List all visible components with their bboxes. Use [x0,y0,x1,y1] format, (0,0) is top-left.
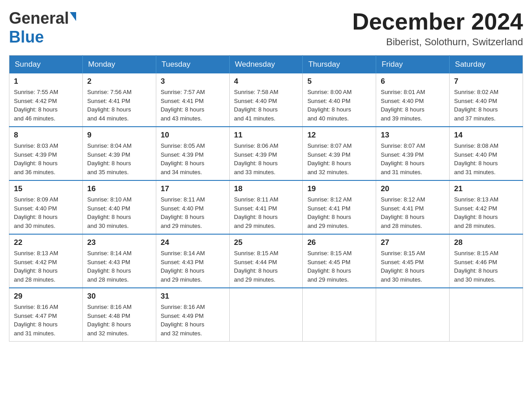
calendar-cell: 24Sunrise: 8:14 AMSunset: 4:43 PMDayligh… [156,234,229,288]
calendar-cell: 15Sunrise: 8:09 AMSunset: 4:40 PMDayligh… [9,180,83,234]
day-number: 14 [454,131,518,140]
day-number: 30 [87,292,151,301]
day-info: Sunrise: 8:11 AMSunset: 4:41 PMDaylight:… [234,195,298,230]
logo-blue-text: Blue [9,28,44,46]
logo-general-text: General [9,9,69,28]
calendar-cell: 18Sunrise: 8:11 AMSunset: 4:41 PMDayligh… [229,180,303,234]
day-info: Sunrise: 8:04 AMSunset: 4:39 PMDaylight:… [87,141,151,176]
calendar-week-row: 29Sunrise: 8:16 AMSunset: 4:47 PMDayligh… [9,288,523,342]
calendar-cell: 5Sunrise: 8:00 AMSunset: 4:40 PMDaylight… [303,73,376,127]
day-number: 5 [307,77,371,86]
calendar-cell: 25Sunrise: 8:15 AMSunset: 4:44 PMDayligh… [229,234,303,288]
weekday-header-sunday: Sunday [9,56,83,74]
calendar-week-row: 1Sunrise: 7:55 AMSunset: 4:42 PMDaylight… [9,73,523,127]
day-info: Sunrise: 8:15 AMSunset: 4:46 PMDaylight:… [454,249,518,284]
day-number: 9 [87,131,151,140]
day-info: Sunrise: 8:15 AMSunset: 4:45 PMDaylight:… [381,249,445,284]
calendar-cell: 3Sunrise: 7:57 AMSunset: 4:41 PMDaylight… [156,73,229,127]
day-number: 23 [87,238,151,247]
day-info: Sunrise: 8:14 AMSunset: 4:43 PMDaylight:… [87,249,151,284]
day-number: 6 [381,77,445,86]
weekday-header-saturday: Saturday [450,56,523,74]
day-number: 17 [161,184,225,193]
day-number: 12 [307,131,371,140]
calendar-cell: 7Sunrise: 8:02 AMSunset: 4:40 PMDaylight… [450,73,523,127]
day-number: 13 [381,131,445,140]
calendar-header-row: SundayMondayTuesdayWednesdayThursdayFrid… [9,56,523,74]
day-number: 18 [234,184,298,193]
day-info: Sunrise: 8:15 AMSunset: 4:44 PMDaylight:… [234,249,298,284]
day-number: 21 [454,184,518,193]
day-number: 8 [14,131,78,140]
weekday-header-tuesday: Tuesday [156,56,229,74]
day-info: Sunrise: 8:03 AMSunset: 4:39 PMDaylight:… [14,141,78,176]
calendar-table: SundayMondayTuesdayWednesdayThursdayFrid… [9,55,523,342]
day-info: Sunrise: 8:12 AMSunset: 4:41 PMDaylight:… [381,195,445,230]
logo-triangle-icon [70,12,76,21]
calendar-cell: 2Sunrise: 7:56 AMSunset: 4:41 PMDaylight… [82,73,156,127]
calendar-cell: 11Sunrise: 8:06 AMSunset: 4:39 PMDayligh… [229,127,303,180]
calendar-cell: 22Sunrise: 8:13 AMSunset: 4:42 PMDayligh… [9,234,83,288]
day-info: Sunrise: 8:12 AMSunset: 4:41 PMDaylight:… [307,195,371,230]
calendar-cell: 4Sunrise: 7:58 AMSunset: 4:40 PMDaylight… [229,73,303,127]
calendar-cell: 1Sunrise: 7:55 AMSunset: 4:42 PMDaylight… [9,73,83,127]
day-number: 29 [14,292,78,301]
calendar-cell: 26Sunrise: 8:15 AMSunset: 4:45 PMDayligh… [303,234,376,288]
page-header: General Blue December 2024 Biberist, Sol… [9,9,523,48]
calendar-cell: 9Sunrise: 8:04 AMSunset: 4:39 PMDaylight… [82,127,156,180]
day-info: Sunrise: 8:07 AMSunset: 4:39 PMDaylight:… [307,141,371,176]
day-number: 22 [14,238,78,247]
day-number: 10 [161,131,225,140]
calendar-cell [376,288,450,342]
day-number: 28 [454,238,518,247]
calendar-cell: 31Sunrise: 8:16 AMSunset: 4:49 PMDayligh… [156,288,229,342]
calendar-week-row: 15Sunrise: 8:09 AMSunset: 4:40 PMDayligh… [9,180,523,234]
day-info: Sunrise: 7:58 AMSunset: 4:40 PMDaylight:… [234,88,298,123]
calendar-cell: 21Sunrise: 8:13 AMSunset: 4:42 PMDayligh… [450,180,523,234]
month-title: December 2024 [352,9,523,34]
day-info: Sunrise: 8:14 AMSunset: 4:43 PMDaylight:… [161,249,225,284]
weekday-header-thursday: Thursday [303,56,376,74]
logo: General Blue [9,9,76,47]
calendar-cell: 23Sunrise: 8:14 AMSunset: 4:43 PMDayligh… [82,234,156,288]
calendar-cell: 16Sunrise: 8:10 AMSunset: 4:40 PMDayligh… [82,180,156,234]
day-info: Sunrise: 7:57 AMSunset: 4:41 PMDaylight:… [161,88,225,123]
title-area: December 2024 Biberist, Solothurn, Switz… [352,9,523,48]
day-number: 2 [87,77,151,86]
day-number: 19 [307,184,371,193]
day-info: Sunrise: 8:07 AMSunset: 4:39 PMDaylight:… [381,141,445,176]
calendar-cell: 30Sunrise: 8:16 AMSunset: 4:48 PMDayligh… [82,288,156,342]
calendar-cell: 19Sunrise: 8:12 AMSunset: 4:41 PMDayligh… [303,180,376,234]
day-info: Sunrise: 8:13 AMSunset: 4:42 PMDaylight:… [14,249,78,284]
day-number: 31 [161,292,225,301]
calendar-cell [229,288,303,342]
calendar-cell: 12Sunrise: 8:07 AMSunset: 4:39 PMDayligh… [303,127,376,180]
day-info: Sunrise: 8:01 AMSunset: 4:40 PMDaylight:… [381,88,445,123]
location-title: Biberist, Solothurn, Switzerland [352,36,523,48]
calendar-week-row: 8Sunrise: 8:03 AMSunset: 4:39 PMDaylight… [9,127,523,180]
day-info: Sunrise: 8:16 AMSunset: 4:47 PMDaylight:… [14,303,78,338]
day-number: 16 [87,184,151,193]
calendar-cell: 8Sunrise: 8:03 AMSunset: 4:39 PMDaylight… [9,127,83,180]
calendar-cell: 29Sunrise: 8:16 AMSunset: 4:47 PMDayligh… [9,288,83,342]
day-info: Sunrise: 8:02 AMSunset: 4:40 PMDaylight:… [454,88,518,123]
day-info: Sunrise: 8:10 AMSunset: 4:40 PMDaylight:… [87,195,151,230]
day-info: Sunrise: 8:00 AMSunset: 4:40 PMDaylight:… [307,88,371,123]
day-info: Sunrise: 8:15 AMSunset: 4:45 PMDaylight:… [307,249,371,284]
day-number: 20 [381,184,445,193]
day-info: Sunrise: 8:16 AMSunset: 4:48 PMDaylight:… [87,303,151,338]
day-number: 25 [234,238,298,247]
day-info: Sunrise: 7:55 AMSunset: 4:42 PMDaylight:… [14,88,78,123]
day-number: 11 [234,131,298,140]
calendar-cell: 6Sunrise: 8:01 AMSunset: 4:40 PMDaylight… [376,73,450,127]
day-info: Sunrise: 8:11 AMSunset: 4:40 PMDaylight:… [161,195,225,230]
calendar-cell: 13Sunrise: 8:07 AMSunset: 4:39 PMDayligh… [376,127,450,180]
calendar-cell: 10Sunrise: 8:05 AMSunset: 4:39 PMDayligh… [156,127,229,180]
day-info: Sunrise: 8:13 AMSunset: 4:42 PMDaylight:… [454,195,518,230]
day-number: 24 [161,238,225,247]
calendar-cell: 14Sunrise: 8:08 AMSunset: 4:40 PMDayligh… [450,127,523,180]
weekday-header-monday: Monday [82,56,156,74]
day-info: Sunrise: 8:08 AMSunset: 4:40 PMDaylight:… [454,141,518,176]
day-number: 26 [307,238,371,247]
calendar-cell: 28Sunrise: 8:15 AMSunset: 4:46 PMDayligh… [450,234,523,288]
